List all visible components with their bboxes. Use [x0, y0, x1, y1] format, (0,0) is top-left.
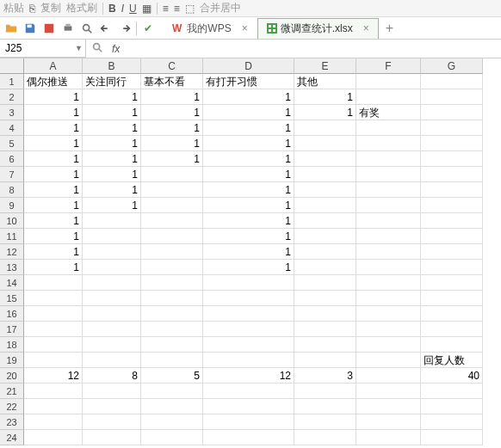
- italic-icon[interactable]: I: [121, 3, 124, 15]
- row-header[interactable]: 1: [0, 74, 24, 89]
- cell[interactable]: 偶尔推送: [24, 74, 83, 89]
- cell[interactable]: [141, 306, 203, 322]
- search-icon[interactable]: [91, 41, 103, 56]
- cell[interactable]: [421, 198, 483, 213]
- close-icon[interactable]: ×: [242, 22, 248, 34]
- bold-icon[interactable]: B: [108, 3, 116, 15]
- cell[interactable]: 1: [83, 151, 141, 167]
- cell[interactable]: [294, 275, 356, 291]
- cell[interactable]: [83, 229, 141, 244]
- cell[interactable]: [356, 151, 421, 167]
- row-header[interactable]: 19: [0, 353, 24, 368]
- cell[interactable]: [141, 399, 203, 414]
- cell[interactable]: [356, 198, 421, 213]
- cell[interactable]: [421, 414, 483, 430]
- cell[interactable]: [421, 275, 483, 291]
- cell[interactable]: [24, 399, 83, 414]
- cell[interactable]: [294, 399, 356, 414]
- cell[interactable]: [294, 260, 356, 275]
- cell[interactable]: [141, 430, 203, 445]
- cell[interactable]: [421, 399, 483, 414]
- cell[interactable]: [24, 414, 83, 430]
- format-painter-label[interactable]: 格式刷: [66, 1, 97, 15]
- cell[interactable]: [294, 306, 356, 322]
- cell[interactable]: [83, 430, 141, 445]
- cell[interactable]: [203, 399, 294, 414]
- cell[interactable]: [421, 244, 483, 260]
- cell[interactable]: 1: [203, 198, 294, 213]
- cell[interactable]: [356, 89, 421, 105]
- tab-current-file[interactable]: 微调查统计.xlsx ×: [257, 18, 379, 39]
- cell[interactable]: [421, 430, 483, 445]
- cell[interactable]: [83, 213, 141, 229]
- cell[interactable]: [203, 430, 294, 445]
- row-header[interactable]: 24: [0, 430, 24, 445]
- cell[interactable]: [203, 322, 294, 337]
- cell[interactable]: [421, 213, 483, 229]
- tab-my-wps[interactable]: W 我的WPS ×: [163, 18, 257, 39]
- undo-icon[interactable]: [98, 21, 114, 36]
- row-header[interactable]: 16: [0, 306, 24, 322]
- cell[interactable]: [421, 151, 483, 167]
- cell[interactable]: 1: [83, 89, 141, 105]
- cell[interactable]: 有打开习惯: [203, 74, 294, 89]
- cell[interactable]: [24, 322, 83, 337]
- cell[interactable]: [203, 337, 294, 353]
- cell[interactable]: [356, 291, 421, 306]
- cell[interactable]: 1: [24, 229, 83, 244]
- print-icon[interactable]: [60, 21, 76, 36]
- cell[interactable]: [294, 198, 356, 213]
- cell[interactable]: [421, 229, 483, 244]
- column-header[interactable]: E: [294, 58, 356, 74]
- cell[interactable]: [356, 182, 421, 198]
- cell[interactable]: [356, 399, 421, 414]
- cell[interactable]: [356, 229, 421, 244]
- cell[interactable]: [421, 337, 483, 353]
- cell[interactable]: [83, 353, 141, 368]
- cells-area[interactable]: 偶尔推送关注同行基本不看有打开习惯其他1111111111有奖111111111…: [24, 74, 483, 445]
- align-left-icon[interactable]: ≡: [163, 3, 169, 15]
- cell[interactable]: [356, 136, 421, 151]
- cell[interactable]: [203, 353, 294, 368]
- cell[interactable]: [83, 275, 141, 291]
- row-header[interactable]: 15: [0, 291, 24, 306]
- cell[interactable]: 1: [83, 120, 141, 136]
- cell[interactable]: 12: [24, 368, 83, 384]
- cell[interactable]: [356, 430, 421, 445]
- cell[interactable]: [24, 306, 83, 322]
- cell[interactable]: 1: [141, 120, 203, 136]
- cell[interactable]: [356, 384, 421, 399]
- cell[interactable]: [294, 229, 356, 244]
- column-header[interactable]: B: [83, 58, 141, 74]
- cell[interactable]: [294, 244, 356, 260]
- cell[interactable]: 1: [203, 167, 294, 182]
- fx-icon[interactable]: fx: [112, 43, 120, 55]
- cell[interactable]: [356, 275, 421, 291]
- cell[interactable]: 有奖: [356, 105, 421, 120]
- new-tab-button[interactable]: +: [379, 21, 400, 36]
- cell[interactable]: 1: [24, 105, 83, 120]
- cell[interactable]: [294, 120, 356, 136]
- cell[interactable]: [356, 306, 421, 322]
- cell[interactable]: [83, 260, 141, 275]
- open-folder-icon[interactable]: [3, 21, 19, 36]
- cell[interactable]: 1: [24, 198, 83, 213]
- cell[interactable]: 1: [203, 151, 294, 167]
- cell[interactable]: [83, 337, 141, 353]
- cell[interactable]: 1: [203, 244, 294, 260]
- cell[interactable]: [421, 120, 483, 136]
- cell[interactable]: [141, 337, 203, 353]
- cell[interactable]: 1: [24, 120, 83, 136]
- cell[interactable]: [421, 74, 483, 89]
- print-preview-icon[interactable]: [79, 21, 95, 36]
- cell[interactable]: [141, 384, 203, 399]
- cell[interactable]: [24, 291, 83, 306]
- name-box[interactable]: J25 ▼: [0, 40, 86, 58]
- cell[interactable]: [356, 213, 421, 229]
- redo-icon[interactable]: [117, 21, 133, 36]
- cell[interactable]: [83, 306, 141, 322]
- underline-icon[interactable]: U: [129, 3, 137, 15]
- cell[interactable]: 1: [141, 105, 203, 120]
- row-header[interactable]: 23: [0, 414, 24, 430]
- cell[interactable]: [356, 120, 421, 136]
